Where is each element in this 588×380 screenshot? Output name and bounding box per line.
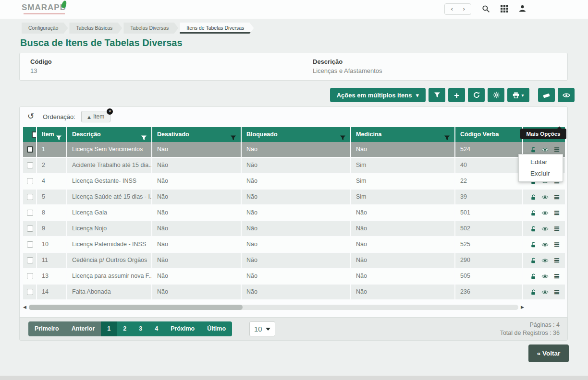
page-next-button[interactable]: Próximo [164,321,201,336]
cell-descricao: Acidente Trabalho até 15 dia... [67,158,152,173]
page-2-button[interactable]: 2 [117,321,133,336]
select-all-checkbox[interactable] [32,131,37,138]
page-size-select[interactable]: 10 [249,321,275,336]
column-header-descricao[interactable]: Descrição [67,127,152,142]
row-menu-icon[interactable]: ≡ [553,273,560,280]
cell-desativado: Não [152,158,242,173]
eye-icon[interactable] [541,195,549,200]
column-header-bloqueado[interactable]: Bloqueado [242,127,351,142]
filter-funnel-icon[interactable] [444,131,450,142]
cell-medicina: Não [351,205,455,220]
filter-funnel-icon[interactable] [340,131,346,142]
eye-icon[interactable] [541,290,549,295]
unlock-icon[interactable] [530,226,537,232]
page-1-button[interactable]: 1 [101,321,117,336]
page-last-button[interactable]: Último [201,321,232,336]
descricao-field: Descrição Licenças e Afastamentos [313,58,382,74]
eye-icon[interactable] [541,147,549,152]
row-checkbox[interactable] [27,210,33,216]
breadcrumb-configuracao[interactable]: Configuração [22,23,68,34]
page-first-button[interactable]: Primeiro [28,321,65,336]
row-menu-icon[interactable]: ≡ [553,209,560,217]
settings-button[interactable] [488,88,504,102]
print-button[interactable]: ▾ [507,88,529,102]
row-menu-icon[interactable]: ≡ [553,241,560,249]
breadcrumb-itens-de-tabelas-diversas[interactable]: Itens de Tabelas Diversas [180,23,254,34]
user-icon[interactable] [519,5,526,13]
multi-actions-button[interactable]: Ações em múltiplos itens ▾ [330,88,426,102]
row-checkbox[interactable] [27,241,33,248]
unlock-icon[interactable] [530,241,537,248]
cell-descricao: Licença Paternidade - INSS [67,237,152,252]
row-select-cell [23,158,37,173]
sort-chip-item[interactable]: ▲Item × [81,111,110,122]
eye-icon[interactable] [541,211,549,215]
context-menu-editar[interactable]: Editar [519,156,563,168]
filter-button[interactable] [429,88,445,102]
unlock-icon[interactable] [530,146,537,153]
cell-descricao: Licença para assumir nova F... [67,269,152,284]
unlock-icon[interactable] [530,257,537,264]
unlock-icon[interactable] [530,273,537,280]
unlock-icon[interactable] [530,210,537,216]
row-select-cell [23,142,37,157]
page-prev-button[interactable]: Anterior [65,321,101,336]
table-row: 14 Falta Abonada Não Não Não 236 ≡ [23,285,565,299]
cell-desativado: Não [152,237,242,252]
column-header-medicina[interactable]: Medicina [351,127,455,142]
breadcrumb-tabelas-diversas[interactable]: Tabelas Diversas [123,23,178,34]
gear-icon [493,92,500,98]
remove-sort-icon[interactable]: × [107,108,113,115]
row-menu-icon[interactable]: ≡ [553,257,560,264]
clear-button[interactable] [538,88,555,102]
add-button[interactable]: + [448,88,465,102]
breadcrumb-tabelas-basicas[interactable]: Tabelas Básicas [69,23,122,34]
column-header-codigo-verba[interactable]: Código Verba [455,127,523,142]
history-back-button[interactable]: ‹ [451,5,453,13]
filter-funnel-icon[interactable] [56,131,62,142]
row-menu-icon[interactable]: ≡ [553,288,560,296]
row-menu-icon[interactable]: ≡ [553,193,560,201]
row-checkbox[interactable] [27,226,33,232]
cell-bloqueado: Não [242,190,351,204]
scroll-right-icon[interactable]: ▶ [521,305,524,309]
row-checkbox[interactable] [27,257,33,263]
scrollbar-track[interactable] [29,305,518,310]
apps-grid-icon[interactable] [501,5,508,13]
column-header-desativado[interactable]: Desativado [152,127,242,142]
row-checkbox[interactable] [27,178,33,184]
view-button[interactable] [558,88,575,102]
codigo-field: Código 13 [30,58,52,74]
page-4-button[interactable]: 4 [148,321,164,336]
eye-icon[interactable] [541,242,549,247]
back-button[interactable]: « Voltar [528,344,569,362]
filter-funnel-icon[interactable] [141,131,147,142]
row-checkbox[interactable] [27,194,33,200]
eye-icon[interactable] [541,226,549,231]
row-select-cell [23,221,37,236]
page-3-button[interactable]: 3 [133,321,148,336]
search-icon[interactable] [482,5,490,13]
reset-order-icon[interactable]: ↺ [27,111,34,121]
row-checkbox[interactable] [27,146,33,153]
row-actions: ≡ [523,221,565,236]
unlock-icon[interactable] [530,289,537,296]
row-checkbox[interactable] [27,289,33,295]
context-menu-excluir[interactable]: Excluir [519,168,563,179]
column-header-item[interactable]: Item [37,127,67,142]
row-menu-icon[interactable]: ≡ [553,146,560,154]
eye-icon[interactable] [541,274,549,279]
scroll-left-icon[interactable]: ◀ [23,305,26,309]
unlock-icon[interactable] [530,194,537,201]
refresh-button[interactable] [468,88,485,102]
row-menu-icon[interactable]: ≡ [553,225,560,233]
row-checkbox[interactable] [27,162,33,168]
scrollbar-thumb[interactable] [29,305,243,310]
eye-icon[interactable] [541,258,549,263]
table-row: 8 Licença Gala Não Não Não 501 ≡ [23,205,565,220]
row-checkbox[interactable] [27,273,33,279]
history-forward-button[interactable]: › [463,5,465,13]
cell-item: 8 [37,205,67,220]
filter-funnel-icon[interactable] [230,131,236,142]
ordering-bar: ↺ Ordenação: ▲Item × [20,107,567,127]
